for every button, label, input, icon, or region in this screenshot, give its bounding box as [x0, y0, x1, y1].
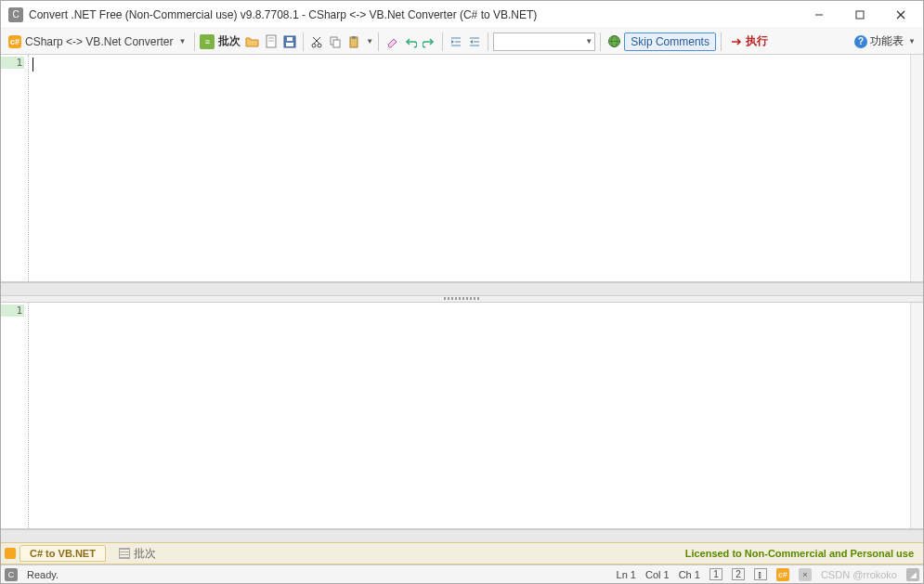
paste-icon[interactable] [345, 33, 362, 50]
panel-indicator-2[interactable]: 2 [732, 568, 745, 580]
status-column: Col 1 [645, 569, 670, 580]
status-line: Ln 1 [617, 569, 636, 580]
cut-icon[interactable] [308, 33, 325, 50]
tab-strip: C# to VB.NET 批次 Licensed to Non-Commerci… [1, 542, 923, 565]
skip-comments-button[interactable]: Skip Comments [624, 32, 716, 51]
svg-rect-9 [287, 37, 293, 41]
svg-rect-1 [856, 11, 864, 19]
separator [600, 32, 601, 51]
title-bar: C Convert .NET Free (Non-Commercial use)… [1, 1, 923, 29]
batch-label[interactable]: 批次 [216, 33, 242, 49]
minimize-button[interactable] [799, 2, 839, 28]
resize-grip-icon[interactable]: ◢ [906, 568, 919, 581]
separator [303, 32, 304, 51]
functions-dropdown[interactable]: ? 功能表 ▼ [851, 33, 919, 49]
chevron-down-icon: ▼ [585, 37, 592, 45]
top-editor-pane: 1 [1, 55, 923, 282]
splitter-handle[interactable] [1, 295, 923, 303]
maximize-button[interactable] [839, 2, 880, 28]
execute-label: 执行 [746, 33, 768, 49]
bottom-code-editor[interactable] [29, 303, 910, 529]
separator [488, 32, 488, 51]
status-cs-icon[interactable]: c# [776, 568, 789, 581]
svg-rect-17 [352, 36, 356, 39]
functions-label: 功能表 [870, 33, 904, 49]
horizontal-scrollbar[interactable] [1, 529, 923, 542]
chevron-down-icon: ▼ [908, 37, 916, 45]
outdent-icon[interactable] [466, 33, 483, 50]
undo-icon[interactable] [402, 33, 419, 50]
app-icon: C [8, 7, 23, 22]
watermark: CSDN @rrokoko [821, 569, 897, 580]
line-number: 1 [1, 57, 24, 69]
help-icon: ? [854, 35, 867, 48]
svg-point-10 [312, 44, 316, 47]
panel-indicator-split[interactable]: ⫿ [754, 568, 767, 580]
execute-arrow-icon [730, 35, 743, 48]
list-icon [119, 548, 130, 559]
execute-button[interactable]: 执行 [726, 33, 772, 49]
status-icon: C [5, 568, 18, 581]
svg-line-12 [314, 37, 320, 44]
status-bar: C Ready. Ln 1 Col 1 Ch 1 1 2 ⫿ c# × CSDN… [1, 565, 923, 583]
copy-icon[interactable] [327, 33, 344, 50]
line-number: 1 [1, 305, 24, 317]
indent-icon[interactable] [448, 33, 464, 50]
tab-label: C# to VB.NET [30, 548, 96, 559]
globe-icon[interactable] [605, 33, 622, 50]
separator [721, 32, 722, 51]
separator [442, 32, 443, 51]
close-button[interactable] [880, 2, 921, 28]
open-folder-icon[interactable] [244, 33, 261, 50]
svg-rect-15 [333, 40, 340, 47]
overview-ruler[interactable] [910, 303, 923, 529]
bottom-editor-pane: 1 [1, 303, 923, 530]
tab-batch[interactable]: 批次 [110, 544, 165, 564]
window-title: Convert .NET Free (Non-Commercial use) v… [29, 8, 799, 21]
toolbar: c# CSharp <-> VB.Net Converter ▼ ≡ 批次 ▼ … [1, 29, 923, 55]
status-close-icon[interactable]: × [799, 568, 812, 581]
chevron-down-icon: ▼ [178, 37, 186, 45]
svg-point-11 [318, 44, 321, 47]
tab-icon [5, 548, 16, 559]
language-combo[interactable]: ▼ [493, 32, 595, 51]
status-char: Ch 1 [679, 569, 700, 580]
converter-label: CSharp <-> VB.Net Converter [25, 35, 173, 48]
status-ready: Ready. [27, 569, 59, 580]
separator [194, 32, 195, 51]
license-text: Licensed to Non-Commercial and Personal … [685, 548, 919, 559]
save-icon[interactable] [281, 33, 298, 50]
separator [378, 32, 379, 51]
horizontal-scrollbar[interactable] [1, 282, 923, 295]
overview-ruler[interactable] [910, 55, 923, 281]
svg-rect-8 [286, 43, 293, 46]
eraser-icon[interactable] [384, 33, 400, 50]
converter-dropdown[interactable]: c# CSharp <-> VB.Net Converter ▼ [5, 35, 189, 48]
document-icon[interactable] [263, 33, 280, 50]
chevron-down-icon[interactable]: ▼ [366, 37, 373, 45]
text-cursor [33, 58, 33, 71]
tab-label: 批次 [134, 546, 156, 562]
redo-icon[interactable] [421, 33, 437, 50]
top-code-editor[interactable] [29, 55, 910, 281]
grip-icon [444, 297, 481, 300]
converter-icon: c# [8, 35, 21, 48]
line-gutter: 1 [1, 55, 29, 281]
tab-csharp-to-vbnet[interactable]: C# to VB.NET [20, 545, 106, 562]
svg-line-13 [313, 37, 319, 44]
panel-indicator-1[interactable]: 1 [709, 568, 722, 580]
editor-area: 1 1 [1, 55, 923, 542]
batch-icon[interactable]: ≡ [200, 34, 215, 49]
line-gutter: 1 [1, 303, 29, 529]
